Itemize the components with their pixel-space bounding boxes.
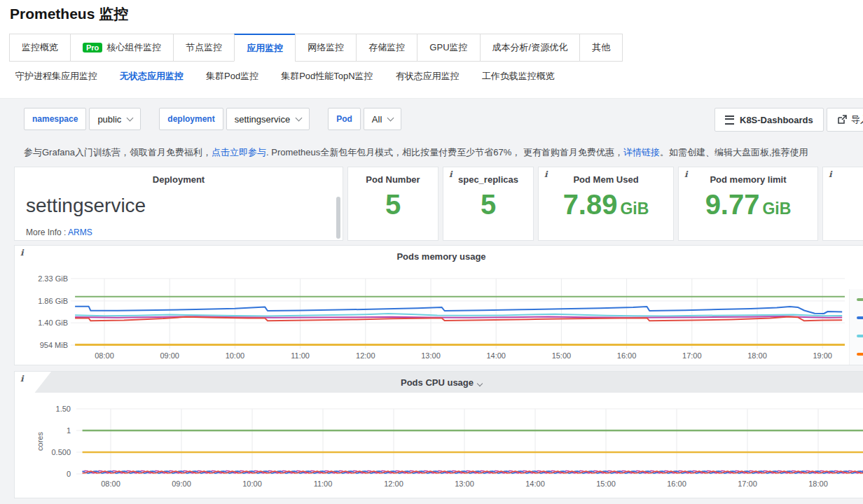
pod-mem-used-stat-panel: i Pod Mem Used 7.89GiB xyxy=(538,167,674,241)
svg-text:18:00: 18:00 xyxy=(808,479,828,488)
clipped-stat-panel: i xyxy=(822,167,863,241)
svg-text:16:00: 16:00 xyxy=(617,351,637,360)
svg-text:2.33 GiB: 2.33 GiB xyxy=(38,274,68,283)
banner-details-link[interactable]: 详情链接 xyxy=(623,147,660,158)
svg-text:1.40 GiB: 1.40 GiB xyxy=(38,318,68,327)
svg-text:1.86 GiB: 1.86 GiB xyxy=(38,297,68,305)
tab-other[interactable]: 其他 xyxy=(579,34,623,62)
svg-text:09:00: 09:00 xyxy=(172,479,191,488)
secondary-tab-bar: 守护进程集应用监控 无状态应用监控 集群Pod监控 集群Pod性能TopN监控 … xyxy=(15,70,555,83)
tab-stateless-app[interactable]: 无状态应用监控 xyxy=(120,70,184,83)
cpu-chart-title[interactable]: Pods CPU usage xyxy=(15,377,863,388)
svg-text:09:00: 09:00 xyxy=(160,351,179,360)
chevron-down-icon xyxy=(296,114,303,121)
svg-text:08:00: 08:00 xyxy=(101,479,120,488)
info-icon[interactable]: i xyxy=(829,170,832,178)
pod-number-stat-panel: Pod Number 5 xyxy=(347,167,439,241)
svg-text:17:00: 17:00 xyxy=(738,479,757,488)
svg-text:14:00: 14:00 xyxy=(525,479,545,488)
svg-text:12:00: 12:00 xyxy=(384,479,403,488)
svg-text:11:00: 11:00 xyxy=(314,479,333,488)
tab-core-components[interactable]: Pro核心组件监控 xyxy=(70,34,174,62)
tab-node-monitor[interactable]: 节点监控 xyxy=(173,34,235,62)
pod-filter-label: Pod xyxy=(328,108,361,130)
deployment-filter-label: deployment xyxy=(159,108,223,130)
svg-text:0.500: 0.500 xyxy=(51,448,71,456)
pod-filter: Pod All xyxy=(328,108,401,130)
stat-title: Pod memory limit xyxy=(679,174,817,185)
info-icon[interactable]: i xyxy=(449,170,453,178)
svg-text:18:00: 18:00 xyxy=(747,351,767,360)
memory-chart-legend-clipped[interactable] xyxy=(849,289,863,365)
tab-daemonset-app[interactable]: 守护进程集应用监控 xyxy=(15,70,97,83)
tab-storage-monitor[interactable]: 存储监控 xyxy=(356,34,417,62)
svg-text:15:00: 15:00 xyxy=(596,479,616,488)
tab-stateful-app[interactable]: 有状态应用监控 xyxy=(396,70,460,83)
pod-memory-limit-stat-panel: i Pod memory limit 9.77GiB xyxy=(678,167,818,241)
svg-text:cores: cores xyxy=(36,432,44,451)
svg-text:11:00: 11:00 xyxy=(291,351,310,360)
pod-number-value: 5 xyxy=(348,190,438,218)
svg-text:10:00: 10:00 xyxy=(226,351,245,360)
tab-workload-overview[interactable]: 工作负载监控概览 xyxy=(482,70,555,83)
import-button[interactable]: 导入( xyxy=(827,108,863,132)
deployment-select[interactable]: settingservice xyxy=(226,108,310,130)
pod-memory-limit-value: 9.77GiB xyxy=(679,190,817,218)
prometheus-dashboard-page: { "page": { "title": "Prometheus 监控" }, … xyxy=(0,0,863,504)
primary-tab-bar: 监控概览 Pro核心组件监控 节点监控 应用监控 网络监控 存储监控 GPU监控… xyxy=(10,34,623,62)
tab-cost-analysis[interactable]: 成本分析/资源优化 xyxy=(480,34,581,62)
svg-text:0: 0 xyxy=(67,470,71,478)
banner-text: 。如需创建、编辑大盘面板,推荐使用 xyxy=(660,147,808,158)
memory-usage-chart-panel: i Pods memory usage 08:0009:0010:0011:00… xyxy=(14,245,863,365)
banner-join-link[interactable]: 点击立即参与 xyxy=(212,147,266,158)
spec-replicas-value: 5 xyxy=(443,190,533,218)
tab-app-monitor[interactable]: 应用监控 xyxy=(234,34,296,62)
stat-title: Pod Mem Used xyxy=(539,174,673,185)
tab-network-monitor[interactable]: 网络监控 xyxy=(295,34,357,62)
external-link-icon xyxy=(837,115,847,125)
svg-text:16:00: 16:00 xyxy=(667,479,686,488)
chevron-down-icon xyxy=(127,114,134,121)
legend-swatch[interactable] xyxy=(857,335,863,337)
svg-text:10:00: 10:00 xyxy=(242,479,262,488)
legend-swatch[interactable] xyxy=(857,316,863,319)
tab-cluster-pod-topn[interactable]: 集群Pod性能TopN监控 xyxy=(281,70,373,83)
pod-mem-used-value: 7.89GiB xyxy=(539,190,673,218)
filter-bar: namespace public deployment settingservi… xyxy=(24,108,401,130)
svg-text:08:00: 08:00 xyxy=(95,351,114,360)
svg-text:13:00: 13:00 xyxy=(455,479,474,488)
info-icon[interactable]: i xyxy=(684,170,688,178)
memory-usage-chart: 08:0009:0010:0011:0012:0013:0014:0015:00… xyxy=(15,246,863,365)
cpu-usage-chart: 08:0009:0010:0011:0012:0013:0014:0015:00… xyxy=(15,372,863,498)
legend-swatch[interactable] xyxy=(857,353,863,356)
svg-text:15:00: 15:00 xyxy=(552,351,572,360)
stat-panel-row: Deployment settingservice More Info : AR… xyxy=(14,167,863,241)
memory-chart-title: Pods memory usage xyxy=(15,251,863,262)
svg-text:1.50: 1.50 xyxy=(56,405,71,413)
banner-text: 参与Grafana入门训练营，领取首月免费福利， xyxy=(24,147,212,158)
chevron-down-icon xyxy=(387,114,394,121)
more-info-line: More Info : ARMS xyxy=(26,227,92,237)
k8s-dashboards-button[interactable]: K8S-Dashboards xyxy=(714,108,824,132)
promo-banner: 参与Grafana入门训练营，领取首月免费福利，点击立即参与. Promethe… xyxy=(24,146,808,159)
stat-title: Deployment xyxy=(15,174,343,185)
namespace-filter-label: namespace xyxy=(24,108,86,130)
tab-cluster-pod[interactable]: 集群Pod监控 xyxy=(206,70,258,83)
svg-text:954 MiB: 954 MiB xyxy=(40,341,68,349)
namespace-filter: namespace public xyxy=(24,108,141,130)
namespace-select[interactable]: public xyxy=(89,108,141,130)
tab-gpu-monitor[interactable]: GPU监控 xyxy=(417,34,480,62)
arms-link[interactable]: ARMS xyxy=(68,227,92,237)
pod-select[interactable]: All xyxy=(364,108,401,130)
spec-replicas-stat-panel: i spec_replicas 5 xyxy=(443,167,534,241)
svg-text:1: 1 xyxy=(67,426,71,435)
cpu-usage-chart-panel: i Pods CPU usage 08:0009:0010:0011:0012:… xyxy=(14,371,863,498)
page-title: Prometheus 监控 xyxy=(10,4,128,24)
info-icon[interactable]: i xyxy=(544,170,548,178)
pro-badge: Pro xyxy=(83,43,102,52)
legend-swatch[interactable] xyxy=(857,298,863,301)
deployment-stat-panel: Deployment settingservice More Info : AR… xyxy=(14,167,343,241)
panel-scrollbar[interactable] xyxy=(336,197,340,239)
hamburger-icon xyxy=(725,115,734,125)
tab-monitor-overview[interactable]: 监控概览 xyxy=(9,34,71,62)
